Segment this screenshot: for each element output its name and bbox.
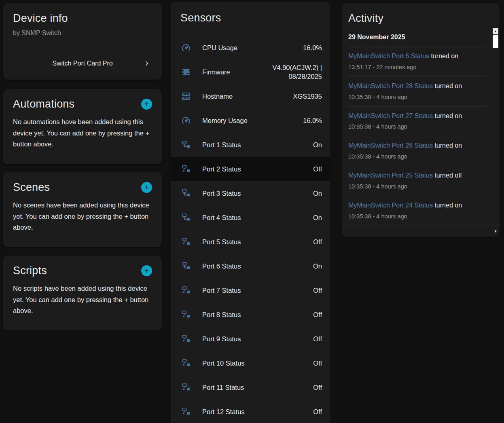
gauge-icon [181,116,191,125]
middle-column: Sensors CPU Usage16.0%FirmwareV4.90(ACJW… [171,2,330,423]
scenes-card: Scenes + No scenes have been added using… [3,172,162,247]
network-on-icon [181,213,191,222]
activity-log-item[interactable]: MyMainSwitch Port 26 Status turned on10:… [348,136,487,166]
sensor-value: Off [313,165,322,173]
sensor-row[interactable]: Port 8 StatusOff [171,302,330,327]
add-script-button[interactable]: + [141,265,152,276]
device-info-subtitle: by SNMP Switch [13,30,152,37]
automations-header: Automations + [13,98,152,110]
entity-link[interactable]: MyMainSwitch Port 6 Status [348,53,429,59]
sensor-row[interactable]: CPU Usage16.0% [171,36,330,60]
activity-action: turned on [433,202,462,209]
sensor-row[interactable]: HostnameXGS1935 [171,84,330,108]
sensor-row[interactable]: Port 3 StatusOn [171,181,330,205]
sensor-row[interactable]: Port 5 StatusOff [171,230,330,254]
sensor-name: Port 8 Status [202,311,313,319]
activity-log-item[interactable]: MyMainSwitch Port 6 Status turned on13:5… [348,47,487,76]
activity-action: turned on [433,112,462,119]
sensor-row[interactable]: Port 11 StatusOff [171,375,330,400]
sensor-row[interactable]: Port 2 StatusOff [171,157,330,181]
activity-log-item[interactable]: MyMainSwitch Port 25 Status turned off10… [348,166,487,196]
sensors-card: Sensors CPU Usage16.0%FirmwareV4.90(ACJW… [171,2,330,423]
sensor-name: Memory Usage [202,117,303,125]
sensor-row[interactable]: Port 6 StatusOn [171,254,330,278]
sensor-value: Off [313,359,322,368]
activity-time: 10:35:38 - 4 hours ago [348,213,487,220]
entity-link[interactable]: MyMainSwitch Port 26 Status [348,142,433,149]
sensor-value: V4.90(ACJW.2) | 08/28/2025 [245,63,322,81]
device-info-card: Device info by SNMP Switch Switch Port C… [3,3,162,80]
scroll-up-arrow-icon[interactable]: ▲ [493,28,498,34]
add-automation-button[interactable]: + [141,99,152,110]
activity-action: turned off [433,172,462,179]
right-column: Activity 29 November 2025 MyMainSwitch P… [342,3,500,237]
sensor-value: 16.0% [303,116,322,125]
sensors-title: Sensors [171,12,330,24]
sensor-name: Port 3 Status [202,190,313,197]
activity-time: 13:51:17 - 22 minutes ago [348,64,487,70]
sensor-value: Off [313,334,322,343]
activity-scrollbar[interactable]: ▲ ▼ [493,28,498,235]
sensor-name: Port 9 Status [202,335,313,343]
activity-time: 10:35:38 - 4 hours ago [348,183,487,190]
activity-line: MyMainSwitch Port 6 Status turned on [348,52,487,61]
sensor-name: Port 4 Status [202,214,313,222]
entity-link[interactable]: MyMainSwitch Port 25 Status [348,172,433,179]
network-off-icon [181,237,191,247]
sensor-value: Off [313,383,322,392]
server-icon [181,91,191,101]
device-card-link[interactable]: Switch Port Card Pro [3,55,162,72]
entity-link[interactable]: MyMainSwitch Port 27 Status [348,112,433,119]
sensor-value: Off [313,407,322,416]
scripts-empty-text: No scripts have been added using this de… [13,283,152,317]
sensor-row[interactable]: Port 10 StatusOff [171,351,330,375]
activity-time: 10:35:38 - 4 hours ago [348,123,487,130]
scripts-card: Scripts + No scripts have been added usi… [3,256,162,330]
sensor-row[interactable]: Port 7 StatusOff [171,278,330,302]
activity-time: 10:35:38 - 4 hours ago [348,94,487,100]
sensor-value: 16.0% [303,43,322,52]
sensor-name: Port 1 Status [202,141,313,149]
activity-line: MyMainSwitch Port 28 Status turned on [348,82,487,91]
activity-action: turned on [429,53,458,59]
sensor-name: Port 11 Status [202,384,313,391]
scripts-header: Scripts + [13,264,152,277]
activity-footer-divider [342,226,500,237]
entity-link[interactable]: MyMainSwitch Port 24 Status [348,202,433,209]
chip-icon [181,67,191,77]
device-info-title: Device info [13,12,152,25]
sensor-row[interactable]: Memory Usage16.0% [171,108,330,133]
activity-action: turned on [433,82,462,89]
scrollbar-thumb[interactable] [493,35,498,48]
activity-log-item[interactable]: MyMainSwitch Port 28 Status turned on10:… [348,76,487,106]
gauge-icon [181,43,191,53]
sensor-value: On [313,262,322,271]
activity-line: MyMainSwitch Port 24 Status turned on [348,201,487,210]
automations-card: Automations + No automations have been a… [3,89,162,164]
network-off-icon [181,164,191,174]
entity-link[interactable]: MyMainSwitch Port 28 Status [348,82,433,89]
activity-title: Activity [348,12,491,25]
network-off-icon [181,407,191,417]
network-on-icon [181,140,191,150]
add-scene-button[interactable]: + [141,182,152,193]
activity-log-item[interactable]: MyMainSwitch Port 27 Status turned on10:… [348,106,487,136]
sensor-row[interactable]: Port 12 StatusOff [171,400,330,423]
activity-time: 10:35:38 - 4 hours ago [348,153,487,160]
sensor-row[interactable]: Port 1 StatusOn [171,133,330,157]
scenes-title: Scenes [13,181,50,194]
sensor-name: CPU Usage [202,44,303,52]
sensor-value: On [313,140,322,149]
sensor-row[interactable]: Port 4 StatusOn [171,205,330,230]
network-on-icon [181,188,191,198]
network-off-icon [181,310,191,319]
scroll-down-arrow-icon[interactable]: ▼ [493,228,498,235]
sensor-value: XGS1935 [293,92,322,101]
sensor-value: On [313,189,322,198]
sensor-row[interactable]: FirmwareV4.90(ACJW.2) | 08/28/2025 [171,60,330,84]
automations-title: Automations [13,98,74,110]
sensor-row[interactable]: Port 9 StatusOff [171,327,330,351]
activity-log-item[interactable]: MyMainSwitch Port 24 Status turned on10:… [348,196,487,226]
sensor-name: Port 5 Status [202,238,313,246]
network-off-icon [181,383,191,392]
